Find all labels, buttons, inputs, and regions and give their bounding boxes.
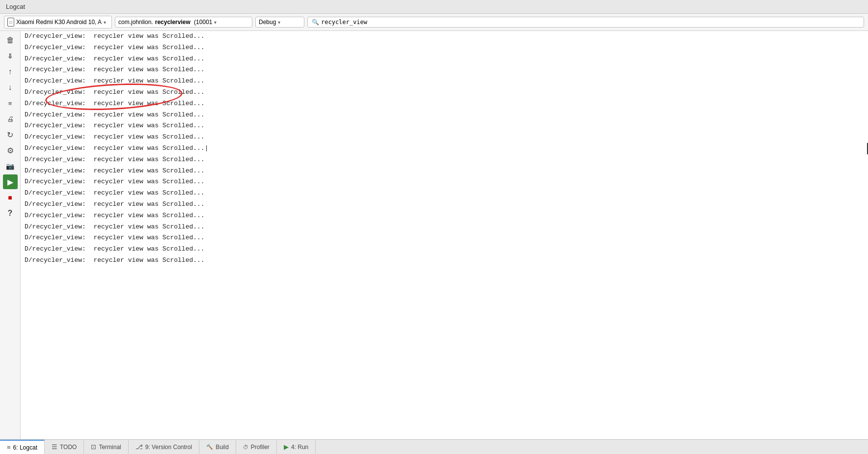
help-button[interactable]: ? bbox=[3, 206, 18, 221]
build-tab-icon: 🔨 bbox=[206, 444, 213, 450]
log-line: D/recycler_view: recycler view was Scrol… bbox=[21, 188, 868, 199]
search-icon: 🔍 bbox=[312, 19, 319, 26]
scroll-down-button[interactable]: ↓ bbox=[3, 80, 18, 95]
clear-button[interactable]: 🗑 bbox=[3, 33, 18, 48]
scroll-to-end-button[interactable]: ⇩ bbox=[3, 49, 18, 63]
log-line: D/recycler_view: recycler view was Scrol… bbox=[21, 54, 868, 65]
soft-wrap-button[interactable]: ≡ bbox=[3, 96, 18, 111]
level-selector[interactable]: Debug ▾ bbox=[255, 17, 304, 28]
todo-tab-icon: ☰ bbox=[52, 443, 57, 451]
profiler-tab-label: Profiler bbox=[251, 444, 270, 451]
log-line: D/recycler_view: recycler view was Scrol… bbox=[21, 244, 868, 255]
log-line: D/recycler_view: recycler view was Scrol… bbox=[21, 232, 868, 244]
tab-build[interactable]: 🔨 Build bbox=[199, 440, 236, 454]
log-line: D/recycler_view: recycler view was Scrol… bbox=[21, 98, 868, 110]
settings-button[interactable]: ⚙ bbox=[3, 143, 18, 158]
log-line: D/recycler_view: recycler view was Scrol… bbox=[21, 199, 868, 210]
package-dropdown-arrow: ▾ bbox=[214, 20, 217, 25]
restart-button[interactable]: ↻ bbox=[3, 127, 18, 142]
device-selector[interactable]: □ Xiaomi Redmi K30 Android 10, A ▾ bbox=[4, 16, 112, 28]
bottom-tabs: ≡ 6: Logcat ☰ TODO ⊡ Terminal ⎇ 9: Versi… bbox=[0, 439, 868, 454]
log-line: D/recycler_view: recycler view was Scrol… bbox=[21, 87, 868, 98]
terminal-tab-label: Terminal bbox=[99, 444, 121, 451]
level-value: Debug bbox=[259, 19, 276, 26]
version-control-tab-label: 9: Version Control bbox=[145, 444, 192, 451]
terminal-tab-icon: ⊡ bbox=[91, 443, 96, 451]
logcat-tab-icon: ≡ bbox=[7, 444, 11, 451]
toolbar: □ Xiaomi Redmi K30 Android 10, A ▾ com.j… bbox=[0, 14, 868, 31]
log-line: D/recycler_view: recycler view was Scrol… bbox=[21, 64, 868, 76]
search-box[interactable]: 🔍 bbox=[307, 17, 864, 28]
tab-logcat[interactable]: ≡ 6: Logcat bbox=[0, 440, 45, 454]
version-control-tab-icon: ⎇ bbox=[136, 443, 143, 451]
package-name-regular: com.johnlion. bbox=[118, 19, 153, 26]
package-pid: (10001 bbox=[192, 19, 213, 26]
log-line: D/recycler_view: recycler view was Scrol… bbox=[21, 120, 868, 132]
log-line: D/recycler_view: recycler view was Scrol… bbox=[21, 176, 868, 188]
log-area[interactable]: D/recycler_view: recycler view was Scrol… bbox=[21, 31, 868, 439]
tab-run[interactable]: ▶ 4: Run bbox=[277, 440, 316, 454]
tab-terminal[interactable]: ⊡ Terminal bbox=[84, 440, 128, 454]
logcat-tab-label: 6: Logcat bbox=[13, 444, 37, 451]
profiler-tab-icon: ⏱ bbox=[243, 444, 248, 450]
log-line: D/recycler_view: recycler view was Scrol… bbox=[21, 110, 868, 121]
device-icon: □ bbox=[7, 18, 14, 27]
main-content: 🗑 ⇩ ↑ ↓ ≡ 🖨 ↻ ⚙ 📷 ▶ ■ ? D/recycler_view:… bbox=[0, 31, 868, 439]
tab-todo[interactable]: ☰ TODO bbox=[45, 440, 84, 454]
log-line: D/recycler_view: recycler view was Scrol… bbox=[21, 31, 868, 42]
tab-version-control[interactable]: ⎇ 9: Version Control bbox=[129, 440, 199, 454]
device-name: Xiaomi Redmi K30 Android 10, A bbox=[16, 19, 102, 26]
build-tab-label: Build bbox=[216, 444, 229, 451]
print-button[interactable]: 🖨 bbox=[3, 112, 18, 126]
log-line: D/recycler_view: recycler view was Scrol… bbox=[21, 210, 868, 222]
run-tab-label: 4: Run bbox=[291, 444, 308, 451]
package-name-bold: recyclerview bbox=[155, 19, 190, 26]
log-line: D/recycler_view: recycler view was Scrol… bbox=[21, 76, 868, 87]
log-line: D/recycler_view: recycler view was Scrol… bbox=[21, 42, 868, 54]
screenshot-button[interactable]: 📷 bbox=[3, 159, 18, 173]
log-line: D/recycler_view: recycler view was Scrol… bbox=[21, 166, 868, 177]
search-input[interactable] bbox=[321, 19, 860, 26]
scroll-up-button[interactable]: ↑ bbox=[3, 64, 18, 79]
log-line: D/recycler_view: recycler view was Scrol… bbox=[21, 222, 868, 233]
level-dropdown-arrow: ▾ bbox=[278, 20, 280, 25]
log-line: D/recycler_view: recycler view was Scrol… bbox=[21, 255, 868, 266]
device-dropdown-arrow: ▾ bbox=[104, 20, 106, 25]
run-tab-icon: ▶ bbox=[284, 443, 289, 451]
log-line: D/recycler_view: recycler view was Scrol… bbox=[21, 154, 868, 166]
title-bar: Logcat bbox=[0, 0, 868, 14]
tab-profiler[interactable]: ⏱ Profiler bbox=[236, 440, 277, 454]
log-line: D/recycler_view: recycler view was Scrol… bbox=[21, 143, 868, 154]
todo-tab-label: TODO bbox=[60, 444, 77, 451]
stop-button[interactable]: ■ bbox=[3, 190, 18, 205]
log-line: D/recycler_view: recycler view was Scrol… bbox=[21, 132, 868, 143]
run-button[interactable]: ▶ bbox=[3, 174, 18, 189]
title-label: Logcat bbox=[6, 3, 25, 10]
sidebar: 🗑 ⇩ ↑ ↓ ≡ 🖨 ↻ ⚙ 📷 ▶ ■ ? bbox=[0, 31, 21, 439]
package-selector[interactable]: com.johnlion.recyclerview (10001 ▾ bbox=[115, 17, 252, 28]
